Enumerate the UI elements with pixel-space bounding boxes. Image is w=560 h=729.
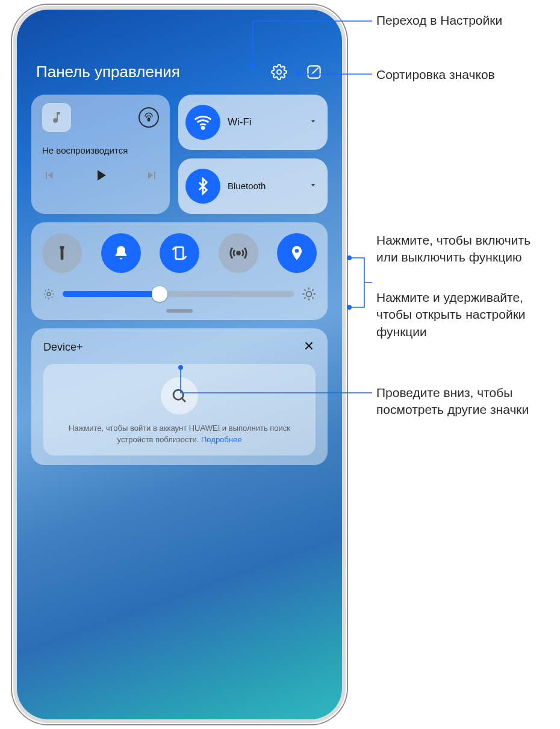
svg-point-9: [250, 64, 255, 69]
svg-point-11: [347, 255, 352, 260]
leader-lines: [0, 0, 560, 729]
svg-point-13: [178, 365, 183, 370]
svg-point-10: [296, 72, 300, 77]
svg-point-12: [347, 305, 352, 310]
